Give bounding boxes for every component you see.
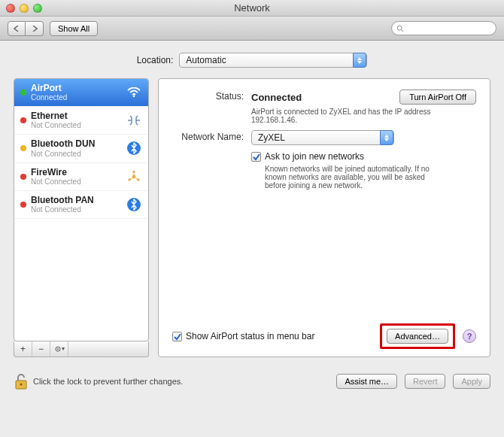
- show-menu-checkbox[interactable]: Show AirPort status in menu bar: [172, 331, 314, 341]
- back-button[interactable]: [8, 21, 26, 36]
- location-row: Location: Automatic: [14, 53, 490, 68]
- service-text: Bluetooth DUNNot Connected: [31, 139, 121, 157]
- status-row: Status: Connected Turn AirPort Off AirPo…: [172, 90, 476, 124]
- status-dot-icon: [20, 90, 26, 96]
- service-item-bluetooth-dun[interactable]: Bluetooth DUNNot Connected: [14, 135, 148, 162]
- unlocked-icon: [14, 372, 29, 390]
- service-actions-button[interactable]: [50, 341, 68, 357]
- service-name: Bluetooth DUN: [31, 139, 121, 149]
- service-item-ethernet[interactable]: EthernetNot Connected: [14, 107, 148, 135]
- chevron-right-icon: [32, 26, 38, 32]
- service-text: FireWireNot Connected: [31, 168, 121, 186]
- service-name: AirPort: [31, 83, 121, 93]
- network-name-row: Network Name: ZyXEL: [172, 130, 476, 145]
- ethernet-icon: [126, 112, 142, 129]
- service-text: EthernetNot Connected: [31, 111, 121, 129]
- location-value: Automatic: [186, 55, 226, 65]
- service-status: Connected: [31, 93, 121, 102]
- service-status: Not Connected: [31, 150, 121, 158]
- search-icon: [396, 25, 404, 32]
- apply-button[interactable]: Apply: [453, 374, 490, 389]
- revert-button[interactable]: Revert: [405, 374, 445, 389]
- advanced-button[interactable]: Advanced…: [387, 329, 448, 344]
- status-label: Status:: [172, 90, 251, 102]
- add-service-button[interactable]: +: [14, 341, 32, 357]
- ask-join-subtext: Known networks will be joined automatica…: [265, 165, 445, 190]
- detail-bottom-row: Show AirPort status in menu bar Advanced…: [172, 323, 476, 349]
- svg-point-10: [57, 348, 59, 350]
- checkbox-checked-icon: [172, 332, 182, 341]
- svg-point-5: [132, 170, 135, 173]
- footer-buttons: Assist me… Revert Apply: [336, 374, 490, 389]
- svg-point-0: [397, 26, 402, 30]
- gear-icon: [54, 345, 65, 353]
- status-dot-icon: [20, 145, 26, 151]
- service-status: Not Connected: [31, 205, 121, 214]
- service-item-bluetooth-pan[interactable]: Bluetooth PANNot Connected: [14, 191, 148, 219]
- toolbar: Show All: [0, 17, 504, 41]
- search-input[interactable]: [391, 21, 496, 35]
- zoom-window-button[interactable]: [33, 4, 42, 13]
- forward-button[interactable]: [26, 21, 44, 36]
- service-item-firewire[interactable]: FireWireNot Connected: [14, 163, 148, 191]
- select-stepper-icon: [353, 53, 366, 68]
- turn-airport-off-button[interactable]: Turn AirPort Off: [399, 90, 476, 105]
- network-name-label: Network Name:: [172, 130, 251, 142]
- select-stepper-icon: [380, 130, 393, 145]
- help-button[interactable]: ?: [463, 329, 476, 343]
- lock-text: Click the lock to prevent further change…: [33, 377, 183, 386]
- ask-join-row: Ask to join new networks Known networks …: [172, 151, 476, 190]
- content-area: Location: Automatic AirPortConnectedEthe…: [0, 41, 504, 366]
- status-subtext: AirPort is connected to ZyXEL and has th…: [251, 108, 432, 124]
- checkbox-checked-icon: [251, 152, 261, 162]
- status-dot-icon: [20, 117, 26, 123]
- service-name: FireWire: [31, 168, 121, 178]
- footer: Click the lock to prevent further change…: [0, 366, 504, 399]
- remove-service-button[interactable]: −: [32, 341, 50, 357]
- service-list[interactable]: AirPortConnectedEthernetNot ConnectedBlu…: [14, 78, 149, 341]
- minimize-window-button[interactable]: [20, 4, 29, 13]
- svg-line-1: [402, 29, 404, 32]
- lock-area[interactable]: Click the lock to prevent further change…: [14, 372, 183, 390]
- service-list-buttons: + −: [14, 341, 149, 357]
- main-panels: AirPortConnectedEthernetNot ConnectedBlu…: [14, 78, 490, 357]
- detail-panel: Status: Connected Turn AirPort Off AirPo…: [158, 78, 490, 357]
- service-status: Not Connected: [31, 178, 121, 186]
- location-select[interactable]: Automatic: [179, 53, 367, 68]
- window-title: Network: [0, 2, 504, 14]
- svg-point-2: [133, 96, 135, 98]
- svg-point-4: [132, 174, 136, 178]
- network-name-select[interactable]: ZyXEL: [251, 130, 394, 145]
- service-name: Bluetooth PAN: [31, 196, 121, 205]
- svg-point-12: [20, 384, 23, 386]
- highlight-box: Advanced…: [380, 323, 455, 349]
- service-text: AirPortConnected: [31, 83, 121, 102]
- wifi-icon: [126, 84, 142, 101]
- firewire-icon: [126, 168, 142, 185]
- window-traffic-lights: [6, 4, 42, 13]
- chevron-left-icon: [14, 26, 20, 32]
- location-label: Location:: [137, 55, 174, 65]
- assist-me-button[interactable]: Assist me…: [336, 374, 397, 389]
- ask-join-checkbox[interactable]: Ask to join new networks: [251, 151, 476, 162]
- titlebar: Network: [0, 0, 504, 17]
- service-name: Ethernet: [31, 111, 121, 121]
- status-dot-icon: [20, 202, 26, 208]
- service-item-airport[interactable]: AirPortConnected: [14, 79, 148, 107]
- status-value: Connected: [251, 92, 302, 103]
- sidebar: AirPortConnectedEthernetNot ConnectedBlu…: [14, 78, 149, 357]
- status-value-cell: Connected Turn AirPort Off AirPort is co…: [251, 90, 476, 124]
- bluetooth-icon: [126, 140, 142, 156]
- network-name-value: ZyXEL: [258, 132, 285, 143]
- status-dot-icon: [20, 174, 26, 180]
- service-text: Bluetooth PANNot Connected: [31, 196, 121, 214]
- ask-join-label: Ask to join new networks: [265, 151, 364, 162]
- service-status: Not Connected: [31, 121, 121, 129]
- nav-buttons: [8, 21, 44, 36]
- show-menu-label: Show AirPort status in menu bar: [186, 331, 314, 341]
- show-all-button[interactable]: Show All: [50, 21, 98, 36]
- close-window-button[interactable]: [6, 4, 15, 13]
- bluetooth-icon: [126, 196, 142, 213]
